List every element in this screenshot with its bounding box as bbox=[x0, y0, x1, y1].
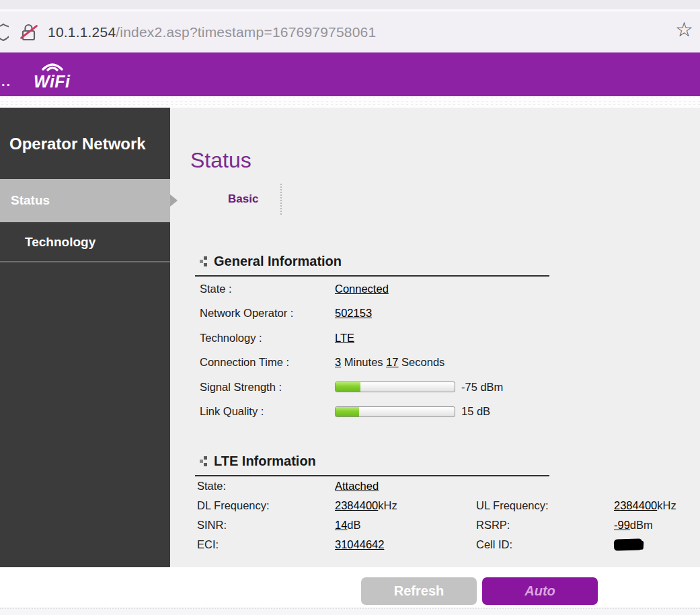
wifi-logo-text: WiFi bbox=[34, 72, 71, 92]
dl-frequency-value: 2384400 kHz bbox=[335, 496, 476, 515]
eci-value: 31044642 bbox=[335, 535, 476, 554]
technology-value: LTE bbox=[335, 332, 354, 345]
state-label: State : bbox=[200, 283, 335, 295]
connection-time-value: 3 Minutes 17 Seconds bbox=[335, 356, 444, 369]
technology-label: Technology : bbox=[200, 332, 335, 345]
ul-frequency-label: UL Frequency: bbox=[476, 496, 614, 515]
lte-state-label: State: bbox=[197, 476, 335, 496]
general-information-section: General Information State : Connected Ne… bbox=[195, 254, 549, 424]
wifi-arcs-icon bbox=[38, 61, 67, 71]
rsrp-label: RSRP: bbox=[476, 515, 614, 535]
bookmark-star-icon[interactable]: ☆ bbox=[675, 20, 693, 40]
refresh-button[interactable]: Refresh bbox=[361, 577, 477, 605]
url-path: /index2.asp?timestamp=1676979758061 bbox=[116, 24, 376, 40]
connection-time-minutes: 3 bbox=[335, 356, 341, 368]
tab-basic[interactable]: Basic bbox=[228, 192, 258, 206]
rsrp-value: -99 dBm bbox=[614, 515, 693, 535]
sinr-label: SINR: bbox=[197, 515, 335, 535]
page-footer: Refresh Auto bbox=[0, 567, 700, 608]
cell-id-value bbox=[614, 535, 693, 554]
main-content: Status Basic General Information State :… bbox=[170, 108, 700, 567]
rsrp-unit: dBm bbox=[630, 519, 653, 532]
lte-information-section: LTE Information State: Attached DL Frequ… bbox=[195, 454, 693, 554]
eci-label: ECI: bbox=[197, 535, 335, 554]
page-body: Operator Network Status Technology Statu… bbox=[0, 108, 700, 567]
row-technology: Technology : LTE bbox=[195, 326, 549, 351]
auto-button[interactable]: Auto bbox=[482, 577, 598, 605]
section-bullet-icon bbox=[200, 256, 208, 267]
link-quality-bar-fill bbox=[336, 407, 359, 417]
url-domain: 10.1.1.254 bbox=[48, 24, 116, 40]
url-field[interactable]: 10.1.1.254/index2.asp?timestamp=16769797… bbox=[48, 24, 700, 40]
ul-frequency-unit: kHz bbox=[657, 499, 676, 512]
sidebar-item-technology[interactable]: Technology bbox=[0, 222, 170, 262]
sinr-number: 14 bbox=[335, 519, 347, 532]
dl-frequency-number: 2384400 bbox=[335, 499, 378, 512]
network-operator-value: 502153 bbox=[335, 307, 372, 320]
link-quality-bar bbox=[335, 406, 455, 417]
browser-address-bar[interactable]: 10.1.1.254/index2.asp?timestamp=16769797… bbox=[0, 11, 700, 52]
signal-strength-bar-fill bbox=[336, 382, 360, 392]
eci-number: 31044642 bbox=[335, 538, 384, 551]
tab-separator bbox=[280, 184, 282, 215]
cell-id-label: Cell ID: bbox=[476, 535, 614, 554]
app-banner: .. WiFi bbox=[0, 52, 700, 96]
cell-id-redaction bbox=[614, 538, 643, 550]
browser-tabstrip bbox=[0, 0, 700, 9]
connection-time-label: Connection Time : bbox=[200, 356, 335, 369]
signal-strength-label: Signal Strength : bbox=[200, 381, 335, 394]
lte-information-title: LTE Information bbox=[214, 454, 316, 469]
sidebar-item-technology-label: Technology bbox=[25, 235, 95, 250]
link-quality-label: Link Quality : bbox=[200, 405, 335, 418]
sidebar-item-status-label: Status bbox=[11, 193, 50, 208]
tab-bar: Basic bbox=[228, 184, 700, 215]
lte-grid: State: Attached DL Frequency: 2384400 kH… bbox=[197, 476, 693, 554]
bottom-strip bbox=[0, 608, 700, 615]
dl-frequency-label: DL Frequency: bbox=[197, 496, 335, 515]
network-operator-label: Network Operator : bbox=[200, 307, 335, 320]
insecure-lock-icon[interactable] bbox=[20, 22, 37, 42]
dl-frequency-unit: kHz bbox=[378, 499, 397, 512]
sidebar-item-status[interactable]: Status bbox=[0, 179, 170, 222]
lte-empty-cell bbox=[476, 476, 614, 496]
page-title: Status bbox=[190, 148, 700, 173]
lte-empty-cell bbox=[614, 476, 693, 496]
row-network-operator: Network Operator : 502153 bbox=[195, 301, 549, 326]
lte-information-header: LTE Information bbox=[195, 454, 693, 469]
signal-strength-bar bbox=[335, 382, 455, 392]
link-quality-value: 15 dB bbox=[461, 405, 490, 418]
state-value: Connected bbox=[335, 283, 389, 295]
section-bullet-icon bbox=[200, 456, 208, 467]
row-state: State : Connected bbox=[195, 277, 549, 301]
banner-left-fragment: .. bbox=[1, 74, 11, 89]
sidebar: Operator Network Status Technology bbox=[0, 108, 170, 567]
general-information-header: General Information bbox=[195, 254, 549, 269]
general-information-title: General Information bbox=[214, 254, 342, 269]
ul-frequency-value: 2384400 kHz bbox=[614, 496, 693, 515]
connection-time-minutes-word: Minutes bbox=[344, 356, 383, 368]
ul-frequency-number: 2384400 bbox=[614, 499, 657, 512]
signal-strength-value: -75 dBm bbox=[461, 381, 503, 394]
connection-time-seconds: 17 bbox=[386, 356, 398, 368]
lte-state-value-text: Attached bbox=[335, 480, 379, 493]
sinr-unit: dB bbox=[347, 519, 360, 532]
shield-icon[interactable] bbox=[0, 22, 9, 42]
wifi-logo: WiFi bbox=[34, 61, 71, 93]
connection-time-seconds-word: Seconds bbox=[401, 356, 444, 368]
sidebar-header: Operator Network bbox=[0, 108, 170, 179]
row-connection-time: Connection Time : 3 Minutes 17 Seconds bbox=[195, 351, 549, 375]
rsrp-number: -99 bbox=[614, 519, 630, 532]
lte-state-value: Attached bbox=[335, 476, 476, 496]
banner-separator-strip bbox=[0, 96, 700, 108]
row-link-quality: Link Quality : 15 dB bbox=[195, 400, 549, 425]
sinr-value: 14 dB bbox=[335, 515, 476, 535]
row-signal-strength: Signal Strength : -75 dBm bbox=[195, 375, 549, 400]
